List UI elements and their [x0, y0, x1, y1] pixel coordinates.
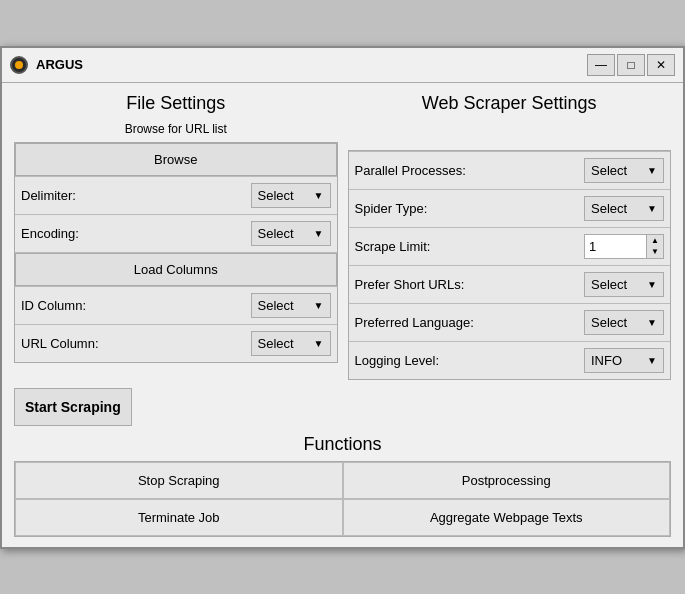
prefer-short-urls-label: Prefer Short URLs: — [355, 277, 585, 292]
prefer-short-urls-row: Prefer Short URLs: Select ▼ — [349, 265, 671, 303]
prefer-short-urls-arrow-icon: ▼ — [647, 279, 657, 290]
id-column-label: ID Column: — [21, 298, 251, 313]
scrape-limit-input[interactable] — [585, 235, 646, 258]
id-column-select[interactable]: Select ▼ — [251, 293, 331, 318]
logging-level-row: Logging Level: INFO ▼ — [349, 341, 671, 379]
logging-level-select[interactable]: INFO ▼ — [584, 348, 664, 373]
preferred-language-row: Preferred Language: Select ▼ — [349, 303, 671, 341]
spider-type-label: Spider Type: — [355, 201, 585, 216]
id-column-row: ID Column: Select ▼ — [15, 286, 337, 324]
url-column-arrow-icon: ▼ — [314, 338, 324, 349]
load-columns-row: Load Columns — [15, 252, 337, 286]
delimiter-arrow-icon: ▼ — [314, 190, 324, 201]
terminate-job-button[interactable]: Terminate Job — [15, 499, 343, 536]
logging-level-label: Logging Level: — [355, 353, 585, 368]
scrape-limit-label: Scrape Limit: — [355, 239, 585, 254]
encoding-arrow-icon: ▼ — [314, 228, 324, 239]
functions-title: Functions — [14, 434, 671, 455]
functions-section: Functions Stop Scraping Postprocessing T… — [14, 434, 671, 537]
postprocessing-button[interactable]: Postprocessing — [343, 462, 671, 499]
web-scraper-title: Web Scraper Settings — [348, 93, 672, 114]
spider-type-select[interactable]: Select ▼ — [584, 196, 664, 221]
functions-grid: Stop Scraping Postprocessing Terminate J… — [14, 461, 671, 537]
web-scraper-panel: Web Scraper Settings Parallel Processes:… — [348, 93, 672, 380]
scrape-limit-spinbox: ▲ ▼ — [584, 234, 664, 259]
url-column-label: URL Column: — [21, 336, 251, 351]
encoding-row: Encoding: Select ▼ — [15, 214, 337, 252]
load-columns-button[interactable]: Load Columns — [15, 253, 337, 286]
url-column-select[interactable]: Select ▼ — [251, 331, 331, 356]
file-settings-panel: File Settings Browse for URL list Browse… — [14, 93, 338, 380]
title-bar: ARGUS — □ ✕ — [2, 48, 683, 83]
window-title: ARGUS — [36, 57, 587, 72]
file-settings-box: Browse Delimiter: Select ▼ Encoding: Sel… — [14, 142, 338, 363]
spinbox-controls: ▲ ▼ — [646, 235, 663, 258]
preferred-language-label: Preferred Language: — [355, 315, 585, 330]
delimiter-label: Delimiter: — [21, 188, 251, 203]
encoding-select[interactable]: Select ▼ — [251, 221, 331, 246]
preferred-language-arrow-icon: ▼ — [647, 317, 657, 328]
browse-button[interactable]: Browse — [15, 143, 337, 176]
file-settings-subtitle: Browse for URL list — [14, 122, 338, 136]
scrape-limit-row: Scrape Limit: ▲ ▼ — [349, 227, 671, 265]
window-controls: — □ ✕ — [587, 54, 675, 76]
parallel-processes-select[interactable]: Select ▼ — [584, 158, 664, 183]
start-scraping-button[interactable]: Start Scraping — [14, 388, 132, 426]
spider-type-arrow-icon: ▼ — [647, 203, 657, 214]
url-column-row: URL Column: Select ▼ — [15, 324, 337, 362]
parallel-processes-label: Parallel Processes: — [355, 163, 585, 178]
main-window: ARGUS — □ ✕ File Settings Browse for URL… — [0, 46, 685, 549]
prefer-short-urls-select[interactable]: Select ▼ — [584, 272, 664, 297]
aggregate-webpage-texts-button[interactable]: Aggregate Webpage Texts — [343, 499, 671, 536]
delimiter-select[interactable]: Select ▼ — [251, 183, 331, 208]
stop-scraping-button[interactable]: Stop Scraping — [15, 462, 343, 499]
minimize-button[interactable]: — — [587, 54, 615, 76]
close-button[interactable]: ✕ — [647, 54, 675, 76]
spider-type-row: Spider Type: Select ▼ — [349, 189, 671, 227]
preferred-language-select[interactable]: Select ▼ — [584, 310, 664, 335]
spin-down-button[interactable]: ▼ — [647, 246, 663, 258]
main-columns: File Settings Browse for URL list Browse… — [14, 93, 671, 380]
delimiter-row: Delimiter: Select ▼ — [15, 176, 337, 214]
parallel-processes-arrow-icon: ▼ — [647, 165, 657, 176]
maximize-button[interactable]: □ — [617, 54, 645, 76]
main-content: File Settings Browse for URL list Browse… — [2, 83, 683, 547]
id-column-arrow-icon: ▼ — [314, 300, 324, 311]
logging-level-arrow-icon: ▼ — [647, 355, 657, 366]
encoding-label: Encoding: — [21, 226, 251, 241]
app-icon — [10, 56, 28, 74]
spin-up-button[interactable]: ▲ — [647, 235, 663, 247]
parallel-processes-row: Parallel Processes: Select ▼ — [349, 151, 671, 189]
file-settings-title: File Settings — [14, 93, 338, 114]
web-scraper-box: Parallel Processes: Select ▼ Spider Type… — [348, 150, 672, 380]
